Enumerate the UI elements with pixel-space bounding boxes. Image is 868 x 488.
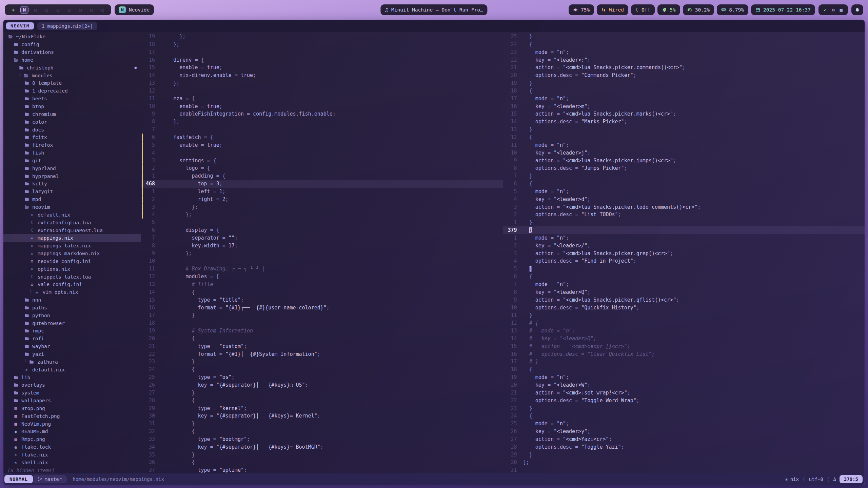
tree-item-default-nix[interactable]: ✳default.nix: [3, 366, 141, 373]
window-title-pill[interactable]: N Neovide: [115, 4, 154, 15]
line-number: 7: [508, 281, 517, 288]
code-line: 8 key.width = 17;: [141, 242, 503, 250]
tree-item-mappings-markdown-nix[interactable]: ✳mappings_markdown.nix: [3, 250, 141, 258]
workspace-7[interactable]: ○: [76, 7, 84, 13]
tree-item-btop[interactable]: btop: [3, 103, 141, 110]
tree-item-extraconfigluapost-lua[interactable]: ☾extraConfigLuaPost.lua: [3, 226, 141, 234]
tree-item-nixflake[interactable]: ~/NixFlake: [3, 33, 141, 41]
network-chip[interactable]: Wired: [597, 4, 628, 15]
tree-item-mappings-latex-nix[interactable]: ✳mappings_latex.nix: [3, 242, 141, 250]
workspace-nix[interactable]: ✳: [9, 7, 17, 13]
tree-item-0-template[interactable]: 0_template: [3, 79, 141, 87]
tree-item-neovim[interactable]: neovim: [3, 203, 141, 211]
tray-grid-icon[interactable]: ▦: [840, 7, 843, 13]
tree-item-hyprpanel[interactable]: hyprpanel: [3, 172, 141, 180]
cpu-chip[interactable]: 30.2%: [683, 4, 714, 15]
tree-item-waybar[interactable]: waybar: [3, 343, 141, 350]
tree-item-fish[interactable]: fish: [3, 149, 141, 157]
tree-item-beets[interactable]: beets: [3, 95, 141, 103]
tree-label: waybar: [32, 344, 50, 349]
volume-chip[interactable]: 75%: [569, 4, 594, 15]
tree-item-python[interactable]: python: [3, 311, 141, 319]
workspace-neovide-active[interactable]: N: [20, 6, 28, 14]
tree-label: hyprland: [32, 166, 56, 171]
tree-item-home[interactable]: home: [3, 56, 141, 64]
tree-item-qutebrowser[interactable]: qutebrowser: [3, 319, 141, 327]
workspace-6[interactable]: ○: [65, 7, 73, 13]
tray-gear-icon[interactable]: ⚙: [832, 7, 834, 13]
tray-check-icon[interactable]: ✓: [824, 7, 827, 13]
tree-item-readme-md[interactable]: ◆README.md: [3, 428, 141, 435]
tree-label: fish: [32, 150, 44, 156]
tree-item-yazi[interactable]: yazi: [3, 350, 141, 358]
line-number: 4: [508, 196, 517, 203]
workspace-9[interactable]: ○: [99, 7, 107, 13]
tree-item-wallpapers[interactable]: wallpapers: [3, 397, 141, 405]
tree-item-color[interactable]: color: [3, 118, 141, 126]
tree-item-mpd[interactable]: mpd: [3, 196, 141, 203]
workspace-5[interactable]: ○: [54, 7, 62, 13]
memory-chip[interactable]: 8.79%: [717, 4, 748, 15]
tree-item-default-nix[interactable]: ✳default.nix: [3, 211, 141, 219]
tree-item-firefox[interactable]: firefox: [3, 141, 141, 149]
media-player[interactable]: ♫ Minuit Machine – Don't Run Fro…: [380, 4, 487, 15]
power-profile-chip[interactable]: 5%: [657, 4, 680, 15]
tree-item-derivations[interactable]: derivations: [3, 48, 141, 56]
tree-item-overlays[interactable]: overlays: [3, 381, 141, 389]
git-branch-segment[interactable]: master: [34, 475, 67, 483]
tree-item-kitty[interactable]: kitty: [3, 180, 141, 188]
line-number: 6: [508, 180, 517, 188]
idle-inhibitor-chip[interactable]: ☾Off: [631, 4, 655, 15]
workspace-4[interactable]: ○: [43, 7, 51, 13]
tree-item-system[interactable]: system: [3, 389, 141, 397]
tree-item-christoph[interactable]: christoph●: [3, 64, 141, 72]
tree-item-paths[interactable]: paths: [3, 304, 141, 312]
tree-item-lib[interactable]: lib: [3, 373, 141, 381]
editor-pane-right[interactable]: 25 }24 {23 mode = "n";22 key = "<leader>…: [503, 32, 865, 473]
tree-item-btop-png[interactable]: ▦Btop.png: [3, 405, 141, 412]
code-line: 14 # key = "<leader>Q";: [503, 335, 865, 343]
tree-item-rofi[interactable]: rofi: [3, 335, 141, 343]
tree-item-hyprland[interactable]: hyprland: [3, 164, 141, 172]
tree-item-docs[interactable]: docs: [3, 126, 141, 134]
tab-mappings-nix[interactable]: 1 mappings.nix[2+]: [37, 22, 97, 30]
tree-item-git[interactable]: git: [3, 157, 141, 165]
tree-item-options-nix[interactable]: ✳options.nix: [3, 265, 141, 273]
tree-item-rmpc-png[interactable]: ▦Rmpc.png: [3, 435, 141, 443]
line-number: 26: [146, 381, 155, 389]
code-text: }: [523, 219, 532, 226]
tree-item-vim-opts-nix[interactable]: └✳vim_opts.nix: [3, 288, 141, 296]
code-text: left = 1;: [161, 188, 225, 196]
tree-item-modules[interactable]: └modules: [3, 72, 141, 79]
tree-item-mappings-nix[interactable]: ✳mappings.nix: [3, 234, 141, 242]
git-modified-mark: [142, 134, 143, 141]
tree-item-neovim-png[interactable]: ▦NeoVim.png: [3, 420, 141, 428]
tab-label: mappings.nix[2+]: [47, 23, 93, 29]
tree-item-rmpc[interactable]: rmpc: [3, 327, 141, 335]
tree-item-1-deprecated[interactable]: 1_deprecated: [3, 87, 141, 95]
workspace-8[interactable]: ○: [87, 7, 96, 13]
tree-item-snippets-latex-lua[interactable]: ☾snippets_latex.lua: [3, 273, 141, 281]
tree-item-flake-lock[interactable]: ●flake.lock: [3, 443, 141, 451]
file-tree[interactable]: ~/NixFlakeconfigderivationshomechristoph…: [3, 32, 141, 473]
editor-pane-left[interactable]: 19 };18 };1716 direnv = {15 enable = tru…: [141, 32, 503, 473]
tree-item-nnn[interactable]: nnn: [3, 296, 141, 304]
tree-item-flake-nix[interactable]: ✳flake.nix: [3, 451, 141, 459]
code-text: }: [161, 389, 195, 397]
tree-item-zathura[interactable]: └zathura: [3, 358, 141, 366]
tree-item-extraconfiglua-lua[interactable]: ☾extraConfigLua.lua: [3, 219, 141, 226]
tree-item-config[interactable]: config: [3, 41, 141, 48]
tree-item-shell-nix[interactable]: ✳shell.nix: [3, 459, 141, 466]
tree-item-neovide-config-ini[interactable]: ⚙neovide_config.ini: [3, 257, 141, 265]
clock-chip[interactable]: 2025-07-22 16:37: [751, 4, 815, 15]
tree-item-vale-config-ini[interactable]: ⚙vale_config.ini: [3, 281, 141, 288]
tree-item-lazygit[interactable]: lazygit: [3, 188, 141, 196]
folder-icon: [24, 135, 29, 140]
tree-item-8-hidden-items[interactable]: (8 hidden items): [3, 466, 141, 473]
workspace-3[interactable]: ○: [32, 7, 40, 13]
tree-item-chromium[interactable]: chromium: [3, 110, 141, 118]
tree-item-fcitx[interactable]: fcitx: [3, 134, 141, 141]
code-line: 23 mode = "n";: [503, 48, 865, 56]
notification-bell-icon[interactable]: [851, 4, 863, 15]
tree-item-fastfetch-png[interactable]: ▦FastFetch.png: [3, 412, 141, 420]
